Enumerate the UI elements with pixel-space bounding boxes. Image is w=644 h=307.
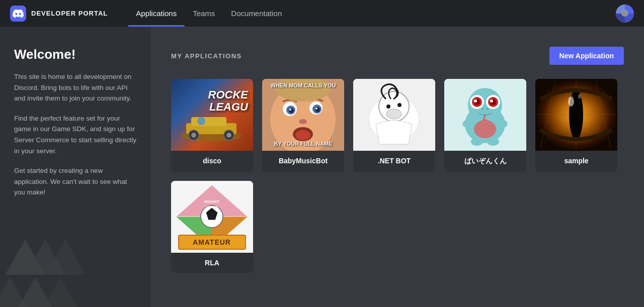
- svg-rect-8: [191, 117, 226, 126]
- app-card-image-rla: ROCKET LEAGUE AMATEUR: [171, 181, 253, 253]
- svg-point-62: [578, 94, 581, 99]
- sidebar-watermark: [0, 235, 96, 307]
- app-card-rla[interactable]: ROCKET LEAGUE AMATEUR RLA: [171, 181, 253, 273]
- app-card-sample[interactable]: sample: [535, 79, 617, 172]
- app-card-image-disco: ROCKELEAGU: [171, 79, 253, 151]
- navbar: DEVELOPER PORTAL Applications Teams Docu…: [0, 0, 644, 27]
- sidebar-paragraph-2: Find the perfect feature set for your ga…: [14, 113, 137, 156]
- svg-point-46: [487, 108, 489, 110]
- app-card-label-sample: sample: [535, 151, 617, 171]
- nav-tabs: Applications Teams Documentation: [128, 0, 616, 27]
- svg-point-51: [487, 138, 499, 146]
- svg-point-23: [315, 108, 317, 110]
- svg-point-32: [397, 103, 401, 107]
- svg-point-21: [315, 107, 320, 112]
- svg-point-20: [289, 108, 294, 113]
- sidebar-paragraph-1: This site is home to all development on …: [14, 71, 137, 104]
- svg-text:ROCKET: ROCKET: [204, 200, 219, 203]
- svg-point-49: [474, 120, 496, 138]
- app-card-disco[interactable]: ROCKELEAGU di: [171, 79, 253, 172]
- content: Welcome! This site is home to all develo…: [0, 27, 644, 307]
- app-card-label-babymusicbot: BabyMusicBot: [262, 151, 344, 171]
- svg-marker-5: [40, 277, 80, 307]
- app-card-image-sample: [535, 79, 617, 151]
- svg-point-12: [226, 133, 231, 138]
- svg-point-31: [386, 105, 390, 109]
- svg-text:LEAGUE: LEAGUE: [205, 206, 218, 209]
- app-card-label-netbot: .NET BOT: [353, 151, 435, 171]
- disco-logo-text: ROCKELEAGU: [208, 89, 248, 113]
- section-header: MY APPLICATIONS New Application: [171, 47, 624, 65]
- svg-text:AMATEUR: AMATEUR: [193, 238, 231, 246]
- app-card-paizonkun[interactable]: ぱいぞんくん: [444, 79, 526, 172]
- discord-logo: [10, 6, 26, 22]
- brand-text: DEVELOPER PORTAL: [31, 10, 108, 17]
- svg-point-50: [471, 138, 483, 146]
- avatar-image: [616, 5, 634, 23]
- app-card-image-paizonkun: [444, 79, 526, 151]
- svg-point-61: [568, 96, 574, 107]
- avatar[interactable]: [616, 5, 634, 23]
- new-application-button[interactable]: New Application: [549, 47, 624, 65]
- app-card-babymusicbot[interactable]: WHEN MOM CALLS YOU: [262, 79, 344, 172]
- app-card-image-netbot: [353, 79, 435, 151]
- svg-point-10: [191, 133, 196, 138]
- navbar-right: [616, 5, 634, 23]
- sidebar-paragraph-3: Get started by creating a new applicatio…: [14, 165, 137, 198]
- app-card-label-disco: disco: [171, 151, 253, 171]
- svg-point-22: [289, 109, 291, 111]
- svg-point-45: [481, 108, 484, 110]
- app-grid: ROCKELEAGU di: [171, 79, 624, 273]
- svg-point-24: [299, 119, 307, 124]
- sidebar: Welcome! This site is home to all develo…: [0, 27, 151, 307]
- tab-teams[interactable]: Teams: [185, 0, 223, 27]
- svg-point-26: [295, 130, 310, 140]
- tab-documentation[interactable]: Documentation: [223, 0, 290, 27]
- tab-applications[interactable]: Applications: [128, 0, 185, 27]
- svg-point-13: [197, 117, 205, 125]
- app-card-label-rla: RLA: [171, 253, 253, 273]
- section-title: MY APPLICATIONS: [171, 52, 242, 60]
- main-content: MY APPLICATIONS New Application ROCKELEA…: [151, 27, 644, 307]
- app-card-label-paizonkun: ぱいぞんくん: [444, 151, 526, 172]
- app-card-netbot[interactable]: .NET BOT: [353, 79, 435, 172]
- svg-point-43: [474, 99, 477, 103]
- svg-point-33: [386, 109, 401, 119]
- sidebar-title: Welcome!: [14, 47, 137, 62]
- brand: DEVELOPER PORTAL: [10, 6, 108, 22]
- svg-point-44: [490, 99, 493, 103]
- app-card-image-babymusicbot: WHEN MOM CALLS YOU: [262, 79, 344, 151]
